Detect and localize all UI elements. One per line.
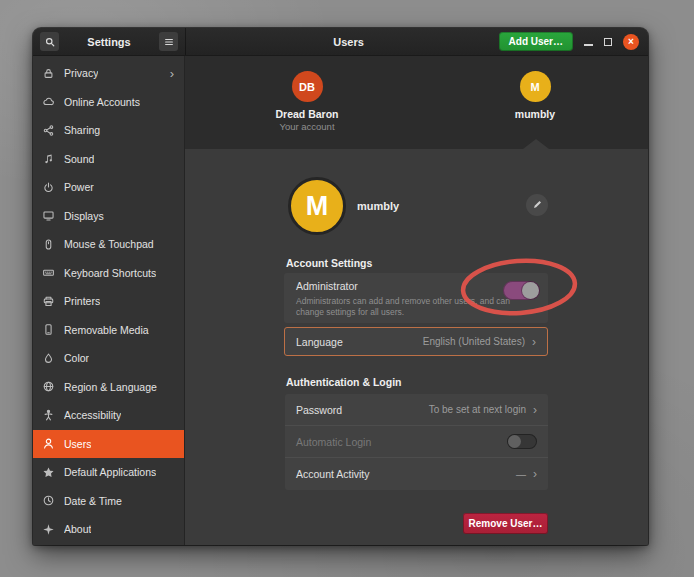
media-icon [42, 323, 55, 336]
user-carousel: DBDread BaronYour accountMmumbly [185, 56, 648, 149]
sidebar-item-color[interactable]: Color [33, 344, 184, 373]
sidebar-item-label: About [64, 523, 91, 535]
sidebar-item-label: Online Accounts [64, 96, 140, 108]
administrator-row: Administrator Administrators can add and… [284, 273, 548, 323]
sidebar-item-power[interactable]: Power [33, 173, 184, 202]
password-row[interactable]: Password To be set at next login › [285, 394, 548, 426]
sidebar-item-label: Printers [64, 295, 100, 307]
account-settings-title: Account Settings [286, 257, 372, 270]
panel-title: Users [186, 36, 511, 48]
menu-button[interactable] [159, 32, 178, 51]
user-card-subtitle: Your account [247, 121, 367, 132]
sidebar-item-label: Privacy [64, 67, 98, 79]
sidebar-item-removable-media[interactable]: Removable Media [33, 316, 184, 345]
avatar: M [288, 177, 346, 235]
chevron-right-icon: › [170, 67, 174, 80]
language-value: English (United States) [423, 336, 525, 347]
auth-login-title: Authentication & Login [286, 376, 402, 389]
sidebar-item-label: Removable Media [64, 324, 149, 336]
user-card-dread-baron[interactable]: DBDread BaronYour account [247, 71, 367, 132]
auth-login-group: Password To be set at next login › Autom… [285, 394, 548, 490]
sidebar-item-default-applications[interactable]: Default Applications [33, 458, 184, 487]
sidebar-item-label: Default Applications [64, 466, 156, 478]
sidebar-item-privacy[interactable]: Privacy› [33, 59, 184, 88]
account-activity-row[interactable]: Account Activity — › [285, 458, 548, 490]
password-label: Password [296, 404, 342, 416]
sidebar-item-printers[interactable]: Printers [33, 287, 184, 316]
close-button[interactable]: × [623, 34, 639, 50]
avatar: M [520, 71, 551, 102]
close-icon: × [628, 37, 634, 47]
minimize-button[interactable] [584, 38, 593, 46]
mouse-icon [42, 238, 55, 251]
administrator-description: Administrators can add and remove other … [296, 296, 521, 317]
remove-user-button[interactable]: Remove User… [463, 513, 548, 534]
edit-name-button[interactable] [526, 194, 548, 216]
sidebar-item-label: Keyboard Shortcuts [64, 267, 156, 279]
sidebar-item-mouse-and-touchpad[interactable]: Mouse & Touchpad [33, 230, 184, 259]
sidebar-item-label: Date & Time [64, 495, 122, 507]
minimize-icon [584, 44, 593, 46]
globe-icon [42, 380, 55, 393]
keyboard-icon [42, 266, 55, 279]
sidebar-item-accessibility[interactable]: Accessibility [33, 401, 184, 430]
search-icon [44, 36, 56, 48]
account-activity-value: — [516, 469, 526, 480]
user-card-name: Dread Baron [247, 108, 367, 120]
settings-window: Settings Users Add User… × Privacy›Onlin… [33, 28, 648, 545]
user-card-name: mumbly [475, 108, 595, 120]
app-title: Settings [59, 36, 159, 48]
administrator-toggle[interactable] [503, 281, 540, 300]
sound-icon [42, 152, 55, 165]
header-bar: Settings Users Add User… × [33, 28, 648, 56]
sidebar-item-label: Sharing [64, 124, 100, 136]
chevron-right-icon: › [533, 468, 537, 480]
chevron-right-icon: › [532, 336, 536, 348]
account-activity-label: Account Activity [296, 468, 370, 480]
pencil-icon [532, 196, 543, 214]
automatic-login-row: Automatic Login [285, 426, 548, 458]
printer-icon [42, 295, 55, 308]
sidebar-item-label: Sound [64, 153, 94, 165]
users-icon [42, 437, 55, 450]
sidebar-item-online-accounts[interactable]: Online Accounts [33, 88, 184, 117]
users-panel: DBDread BaronYour accountMmumbly M mumbl… [185, 56, 648, 545]
sidebar-item-label: Accessibility [64, 409, 121, 421]
maximize-button[interactable] [604, 38, 612, 46]
sidebar-item-date-and-time[interactable]: Date & Time [33, 487, 184, 516]
language-row[interactable]: Language English (United States) › [284, 327, 548, 356]
lock-icon [42, 67, 55, 80]
sidebar-item-label: Displays [64, 210, 104, 222]
cloud-icon [42, 95, 55, 108]
sidebar-item-label: Mouse & Touchpad [64, 238, 154, 250]
search-button[interactable] [40, 32, 59, 51]
sidebar-item-about[interactable]: About [33, 515, 184, 544]
user-card-mumbly[interactable]: Mmumbly [475, 71, 595, 120]
sidebar-item-region-and-language[interactable]: Region & Language [33, 373, 184, 402]
hamburger-icon [163, 36, 175, 48]
sidebar-item-keyboard-shortcuts[interactable]: Keyboard Shortcuts [33, 259, 184, 288]
sparkle-icon [42, 523, 55, 536]
selected-user-pointer [523, 139, 549, 149]
user-details-panel: M mumbly Account Settings Administrator … [185, 149, 648, 545]
sidebar-item-sharing[interactable]: Sharing [33, 116, 184, 145]
avatar: DB [292, 71, 323, 102]
clock-icon [42, 494, 55, 507]
sidebar-list: Privacy›Online AccountsSharingSoundPower… [33, 56, 185, 545]
share-icon [42, 124, 55, 137]
automatic-login-toggle[interactable] [507, 434, 537, 449]
star-icon [42, 466, 55, 479]
toggle-knob [508, 435, 521, 448]
sidebar-header: Settings [33, 28, 186, 55]
language-label: Language [296, 336, 343, 348]
accessibility-icon [42, 409, 55, 422]
administrator-label: Administrator [296, 280, 358, 292]
sidebar-item-users[interactable]: Users [33, 430, 184, 459]
color-icon [42, 352, 55, 365]
sidebar-item-label: Color [64, 352, 89, 364]
sidebar-item-label: Power [64, 181, 94, 193]
window-controls: Add User… × [499, 32, 648, 51]
sidebar-item-label: Region & Language [64, 381, 157, 393]
sidebar-item-sound[interactable]: Sound [33, 145, 184, 174]
sidebar-item-displays[interactable]: Displays [33, 202, 184, 231]
